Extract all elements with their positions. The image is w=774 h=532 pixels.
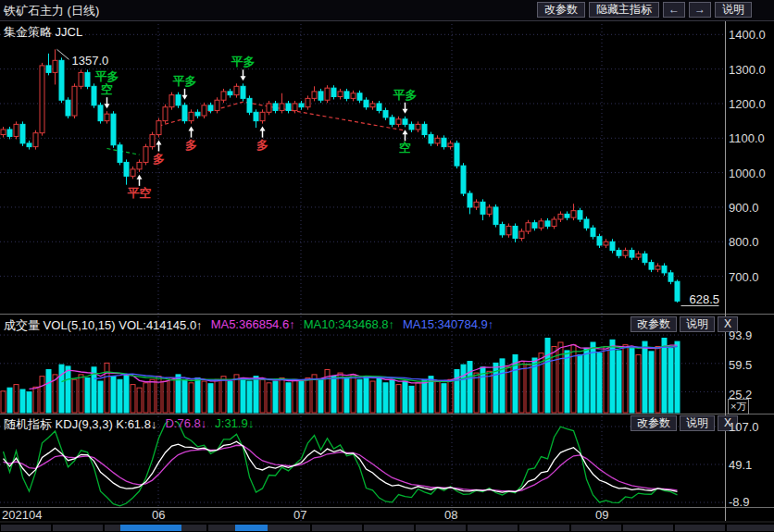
next-arrow-icon[interactable]: →: [689, 2, 711, 18]
strategy-label: 集金策略 JJCL: [4, 24, 82, 41]
y-axis-tick: 800.0: [729, 235, 759, 249]
y-axis-tick: 1000.0: [729, 167, 766, 180]
volume-toolbar: 改参数 说明 X: [630, 316, 738, 332]
volume-ma10-label: MA10:343468.8↑: [304, 317, 394, 334]
kdj-change-params-button[interactable]: 改参数: [630, 415, 677, 431]
y-axis-tick: 700.0: [729, 270, 759, 284]
svg-text:平空: 平空: [128, 186, 152, 200]
page-title: 铁矿石主力 (日线): [4, 3, 99, 19]
kdj-axis-tick: 107.0: [729, 420, 759, 434]
y-axis-tick: 1400.0: [729, 28, 766, 42]
x-axis-label: 07: [293, 508, 306, 522]
volume-unit-badge: ×万: [728, 399, 749, 414]
change-params-button[interactable]: 改参数: [537, 2, 585, 18]
svg-text:空: 空: [399, 141, 411, 155]
volume-change-params-button[interactable]: 改参数: [630, 316, 677, 332]
horizontal-scrollbar[interactable]: [0, 523, 774, 532]
toolbar: 改参数 隐藏主指标 ← → 说明: [537, 2, 752, 18]
kdj-d-label: D:76.8↓: [165, 416, 206, 433]
kdj-help-button[interactable]: 说明: [680, 415, 715, 431]
svg-text:1357.0: 1357.0: [72, 54, 109, 68]
x-axis-label: 09: [595, 508, 608, 522]
chart-canvas[interactable]: 1357.0628.5平多空平空多平多多平多多平多空: [0, 0, 774, 532]
svg-text:平多: 平多: [173, 74, 197, 88]
kdj-j-label: J:31.9↓: [215, 416, 254, 433]
svg-text:多: 多: [256, 138, 268, 152]
svg-text:平多: 平多: [393, 88, 418, 102]
svg-text:多: 多: [153, 152, 165, 166]
x-axis-label: 06: [152, 508, 165, 522]
svg-text:空: 空: [101, 82, 113, 96]
trading-app-window: 1357.0628.5平多空平空多平多多平多多平多空 铁矿石主力 (日线) 改参…: [0, 0, 774, 532]
x-axis-label: 08: [444, 508, 457, 522]
kdj-k-label: 随机指标 KDJ(9,3,3) K:61.8↓: [4, 416, 156, 433]
volume-header: 成交量 VOL(5,10,15) VOL:414145.0↑ MA5:36685…: [4, 317, 493, 334]
volume-value-label: 成交量 VOL(5,10,15) VOL:414145.0↑: [4, 317, 203, 334]
svg-text:平多: 平多: [95, 69, 119, 83]
volume-help-button[interactable]: 说明: [680, 316, 715, 332]
y-axis-tick: 900.0: [729, 201, 759, 215]
volume-axis-tick: 59.5: [729, 358, 752, 372]
kdj-axis-tick: -8.9: [729, 495, 749, 509]
volume-ma15-label: MA15:340784.9↑: [403, 317, 493, 334]
volume-axis-tick: 93.9: [729, 328, 752, 342]
svg-text:多: 多: [185, 138, 197, 152]
y-axis-tick: 1200.0: [729, 97, 766, 111]
kdj-header: 随机指标 KDJ(9,3,3) K:61.8↓ D:76.8↓ J:31.9↓: [4, 416, 254, 433]
volume-ma5-label: MA5:366854.6↑: [211, 317, 295, 334]
y-axis-tick: 1300.0: [729, 63, 766, 77]
svg-text:平多: 平多: [231, 55, 256, 68]
hide-main-indicator-button[interactable]: 隐藏主指标: [589, 2, 659, 18]
kdj-axis-tick: 49.1: [729, 458, 752, 472]
svg-text:628.5: 628.5: [690, 292, 720, 306]
x-axis-label: 202104: [2, 508, 42, 522]
kdj-toolbar: 改参数 说明 X: [630, 415, 738, 431]
help-button[interactable]: 说明: [715, 2, 752, 18]
prev-arrow-icon[interactable]: ←: [663, 2, 685, 18]
y-axis-tick: 1100.0: [729, 131, 765, 145]
